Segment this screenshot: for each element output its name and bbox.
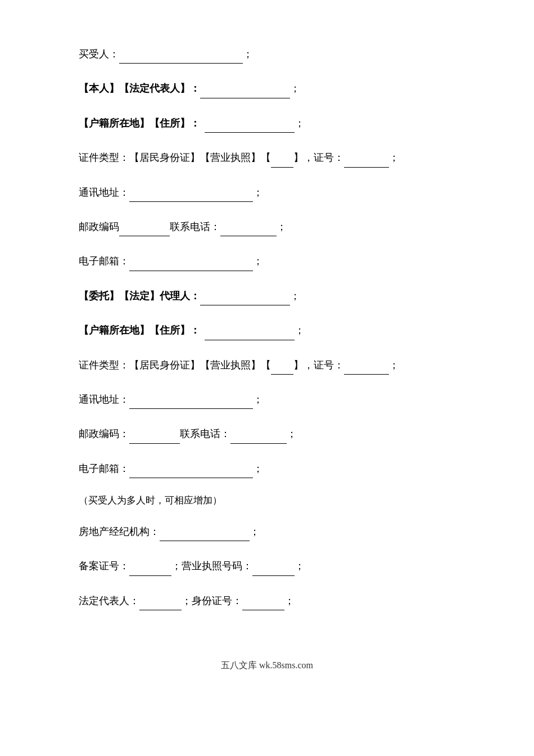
person-rep-input[interactable] — [200, 79, 290, 98]
id-type1-num[interactable] — [344, 148, 389, 167]
postal2-label: 邮政编码： — [79, 425, 129, 443]
address2-suffix: ； — [253, 390, 263, 408]
agent-suffix: ； — [290, 287, 300, 305]
agency-rep-input[interactable] — [139, 592, 182, 610]
domicile2-suffix: ； — [295, 321, 305, 339]
agency-license-input[interactable] — [252, 557, 295, 575]
footer: 五八文库 wk.58sms.com — [79, 660, 455, 672]
postal1-phone-label: 联系电话： — [170, 218, 220, 236]
phone1-input[interactable] — [220, 218, 277, 236]
domicile1-input[interactable] — [205, 114, 295, 133]
email2-suffix: ； — [253, 460, 263, 478]
agency-reg-line: 备案证号： ；营业执照号码： ； — [79, 557, 455, 575]
agency-reg-label: 备案证号： — [79, 557, 129, 575]
address2-input[interactable] — [129, 390, 253, 409]
buyer-suffix: ； — [243, 45, 253, 63]
email2-line: 电子邮箱： ； — [79, 460, 455, 478]
id-type1-label-mid: 】，证号： — [293, 148, 344, 166]
agency-name-suffix: ； — [250, 523, 260, 541]
agency-name-line: 房地产经纪机构： ； — [79, 523, 455, 541]
domicile2-line: 【户籍所在地】【住所】： ； — [79, 321, 455, 340]
email1-input[interactable] — [129, 252, 253, 271]
postal1-line: 邮政编码 联系电话： ； — [79, 218, 455, 236]
address2-line: 通讯地址： ； — [79, 390, 455, 409]
postal2-phone-label: 联系电话： — [180, 425, 230, 443]
agency-rep-label: 法定代表人： — [79, 592, 139, 610]
email1-label: 电子邮箱： — [79, 252, 129, 270]
postal2-line: 邮政编码： 联系电话： ； — [79, 425, 455, 443]
address2-label: 通讯地址： — [79, 390, 129, 408]
address1-label: 通讯地址： — [79, 183, 129, 201]
address1-suffix: ； — [253, 183, 263, 201]
domicile1-suffix: ； — [295, 114, 305, 132]
buyer-input[interactable] — [119, 45, 243, 64]
agency-rep-mid: ；身份证号： — [182, 592, 242, 610]
address1-input[interactable] — [129, 183, 253, 202]
postal1-label: 邮政编码 — [79, 218, 119, 236]
domicile2-label: 【户籍所在地】【住所】： — [79, 321, 200, 339]
email1-line: 电子邮箱： ； — [79, 252, 455, 271]
agent-line: 【委托】【法定】代理人： ； — [79, 287, 455, 305]
agency-reg-input[interactable] — [129, 557, 171, 575]
email2-label: 电子邮箱： — [79, 460, 129, 478]
id-type1-label-pre: 证件类型：【居民身份证】【营业执照】【 — [79, 148, 271, 166]
form-section: 买受人： ； 【本人】【法定代表人】： ； 【户籍所在地】【住所】： ； 证件类… — [79, 45, 455, 626]
note-text: （买受人为多人时，可相应增加） — [79, 495, 222, 506]
agency-rep-suffix: ； — [284, 592, 295, 610]
agency-idnum-input[interactable] — [242, 592, 284, 610]
buyer-label: 买受人： — [79, 45, 119, 63]
id-type1-bracket[interactable] — [271, 148, 293, 167]
footer-text: 五八文库 wk.58sms.com — [221, 660, 313, 670]
email2-input[interactable] — [129, 460, 253, 478]
id-type2-suffix: ； — [389, 356, 399, 374]
agent-label: 【委托】【法定】代理人： — [79, 287, 200, 305]
person-rep-suffix: ； — [290, 79, 300, 97]
person-rep-label: 【本人】【法定代表人】： — [79, 79, 200, 97]
postal2-input[interactable] — [129, 425, 180, 443]
id-type2-label-pre: 证件类型：【居民身份证】【营业执照】【 — [79, 356, 271, 374]
id-type1-suffix: ； — [389, 148, 399, 166]
postal2-suffix: ； — [287, 425, 297, 443]
postal1-suffix: ； — [277, 218, 287, 236]
agency-name-input[interactable] — [160, 523, 250, 541]
id-type2-label-mid: 】，证号： — [293, 356, 344, 374]
agency-rep-line: 法定代表人： ；身份证号： ； — [79, 592, 455, 610]
agent-input[interactable] — [200, 287, 290, 305]
domicile2-input[interactable] — [205, 321, 295, 340]
domicile1-label: 【户籍所在地】【住所】： — [79, 114, 200, 132]
agency-reg-mid: ；营业执照号码： — [171, 557, 252, 575]
id-type1-line: 证件类型：【居民身份证】【营业执照】【 】，证号： ； — [79, 148, 455, 167]
domicile1-line: 【户籍所在地】【住所】： ； — [79, 114, 455, 133]
person-rep-line: 【本人】【法定代表人】： ； — [79, 79, 455, 98]
email1-suffix: ； — [253, 252, 263, 270]
buyer-line: 买受人： ； — [79, 45, 455, 64]
id-type2-line: 证件类型：【居民身份证】【营业执照】【 】，证号： ； — [79, 356, 455, 375]
postal1-input[interactable] — [119, 218, 170, 236]
phone2-input[interactable] — [230, 425, 287, 443]
note-line: （买受人为多人时，可相应增加） — [79, 494, 455, 507]
agency-name-label: 房地产经纪机构： — [79, 523, 160, 541]
id-type2-num[interactable] — [344, 356, 389, 375]
address1-line: 通讯地址： ； — [79, 183, 455, 202]
agency-reg-suffix: ； — [295, 557, 305, 575]
id-type2-bracket[interactable] — [271, 356, 293, 375]
